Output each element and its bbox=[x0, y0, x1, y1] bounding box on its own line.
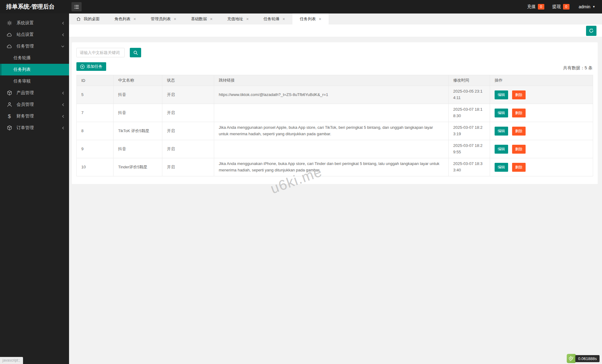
task-table: ID 中文名称 状态 跳转链接 修改时间 操作 5 抖音 开启 https://… bbox=[76, 75, 593, 176]
cell-link: Jika Anda menggunakan iPhone, buka App s… bbox=[214, 158, 449, 176]
cell-time: 2025-03-05 23:14:11 bbox=[449, 86, 490, 104]
search-row bbox=[76, 48, 593, 57]
hamburger-icon bbox=[74, 5, 79, 9]
cell-id: 7 bbox=[77, 104, 114, 122]
edit-button[interactable]: 编辑 bbox=[495, 127, 508, 136]
sidebar-item-member-management[interactable]: 会员管理 bbox=[0, 99, 69, 110]
edit-button[interactable]: 编辑 bbox=[495, 145, 508, 154]
dollar-icon: $ bbox=[6, 113, 12, 119]
cell-time: 2025-03-07 18:23:19 bbox=[449, 122, 490, 140]
delete-button[interactable]: 删除 bbox=[512, 163, 526, 172]
person-icon bbox=[6, 102, 12, 108]
sidebar-item-order-management[interactable]: 订单管理 bbox=[0, 122, 69, 134]
delete-button[interactable]: 删除 bbox=[512, 109, 526, 117]
cell-link: Jika Anda menggunakan ponsel Apple, buka… bbox=[214, 122, 449, 140]
tab-my-desktop[interactable]: 我的桌面 bbox=[69, 13, 107, 25]
chevron-left-icon bbox=[62, 103, 64, 106]
sidebar-item-label: 系统设置 bbox=[17, 20, 34, 26]
tab-basic-data[interactable]: 基础数据 × bbox=[183, 13, 220, 25]
chevron-left-icon bbox=[62, 126, 64, 130]
column-header-link: 跳转链接 bbox=[214, 75, 449, 86]
tab-task-carousel[interactable]: 任务轮播 × bbox=[256, 13, 292, 25]
search-button[interactable] bbox=[130, 48, 141, 57]
tab-label: 我的桌面 bbox=[84, 16, 100, 22]
cell-id: 5 bbox=[77, 86, 114, 104]
cell-actions: 编辑 删除 bbox=[490, 122, 593, 140]
column-header-status: 状态 bbox=[162, 75, 214, 86]
sidebar-item-label: 产品管理 bbox=[17, 90, 34, 96]
plus-circle-icon bbox=[80, 64, 85, 69]
link-preview-tooltip: javascript:; bbox=[0, 357, 23, 364]
main-area: 我的桌面 角色列表 × 管理员列表 × 基础数据 × 充值地址 × 任务轮播 ×… bbox=[69, 13, 602, 364]
page-load-time[interactable]: 0.061888s bbox=[575, 355, 600, 362]
withdraw-count-badge[interactable]: 0 bbox=[563, 4, 569, 10]
gear-icon bbox=[6, 20, 12, 26]
delete-button[interactable]: 删除 bbox=[512, 145, 526, 154]
cloud-icon bbox=[6, 44, 12, 49]
sidebar-item-label: 财务管理 bbox=[17, 113, 34, 119]
home-icon bbox=[76, 17, 81, 21]
close-icon[interactable]: × bbox=[283, 17, 285, 21]
cell-status: 开启 bbox=[162, 104, 214, 122]
tab-label: 任务列表 bbox=[300, 16, 316, 22]
sidebar-subitem-label: 任务列表 bbox=[14, 67, 31, 72]
table-row: 10 Tinder评价5颗星 开启 Jika Anda menggunakan … bbox=[77, 158, 593, 176]
header-right: 充值 0 提现 0 admin ▼ bbox=[527, 4, 602, 10]
user-menu[interactable]: admin ▼ bbox=[579, 4, 595, 9]
column-header-time: 修改时间 bbox=[449, 75, 490, 86]
sidebar-item-finance-management[interactable]: $ 财务管理 bbox=[0, 110, 69, 122]
recharge-link[interactable]: 充值 bbox=[527, 4, 536, 10]
sidebar-item-label: 订单管理 bbox=[17, 125, 34, 131]
content-panel: 添加任务 共有数据：5 条 ID 中文名称 状态 跳转链接 修改时间 操作 5 … bbox=[72, 42, 598, 184]
table-row: 9 抖音 开启 2025-03-07 18:29:55 编辑 删除 bbox=[77, 140, 593, 158]
chevron-down-icon bbox=[61, 45, 64, 48]
cell-status: 开启 bbox=[162, 158, 214, 176]
cell-link: https://www.tiktok.com/@lazadath?_t=ZS-8… bbox=[214, 86, 449, 104]
cell-time: 2025-03-07 18:29:55 bbox=[449, 140, 490, 158]
chevron-left-icon bbox=[62, 33, 64, 36]
sidebar-item-site-settings[interactable]: 站点设置 bbox=[0, 29, 69, 40]
cell-id: 9 bbox=[77, 140, 114, 158]
cell-name: Tinder评价5颗星 bbox=[114, 158, 162, 176]
cell-actions: 编辑 删除 bbox=[490, 86, 593, 104]
sidebar-subitem-task-review[interactable]: 任务审核 bbox=[0, 75, 69, 87]
close-icon[interactable]: × bbox=[319, 17, 321, 21]
tab-bar: 我的桌面 角色列表 × 管理员列表 × 基础数据 × 充值地址 × 任务轮播 ×… bbox=[69, 13, 602, 25]
column-header-id: ID bbox=[77, 75, 114, 86]
refresh-button[interactable] bbox=[586, 26, 596, 36]
chevron-left-icon bbox=[62, 91, 64, 95]
tab-label: 任务轮播 bbox=[264, 16, 280, 22]
search-input[interactable] bbox=[76, 48, 125, 57]
sidebar-subitem-task-carousel[interactable]: 任务轮播 bbox=[0, 52, 69, 64]
tab-label: 角色列表 bbox=[114, 16, 130, 22]
sidebar-item-system-settings[interactable]: 系统设置 bbox=[0, 17, 69, 29]
tab-admin-list[interactable]: 管理员列表 × bbox=[143, 13, 183, 25]
actions-row: 添加任务 共有数据：5 条 bbox=[76, 62, 593, 71]
tab-role-list[interactable]: 角色列表 × bbox=[107, 13, 143, 25]
add-task-button[interactable]: 添加任务 bbox=[76, 62, 106, 71]
close-icon[interactable]: × bbox=[210, 17, 212, 21]
edit-button[interactable]: 编辑 bbox=[495, 109, 508, 117]
recharge-count-badge[interactable]: 0 bbox=[538, 4, 544, 10]
delete-button[interactable]: 删除 bbox=[512, 90, 526, 99]
sidebar-toggle-button[interactable] bbox=[71, 2, 82, 11]
sidebar-item-product-management[interactable]: 产品管理 bbox=[0, 87, 69, 99]
edit-button[interactable]: 编辑 bbox=[495, 90, 508, 99]
close-icon[interactable]: × bbox=[133, 17, 136, 21]
table-header-row: ID 中文名称 状态 跳转链接 修改时间 操作 bbox=[77, 75, 593, 86]
table-row: 5 抖音 开启 https://www.tiktok.com/@lazadath… bbox=[77, 86, 593, 104]
cell-actions: 编辑 删除 bbox=[490, 140, 593, 158]
sidebar-item-task-management[interactable]: 任务管理 bbox=[0, 40, 69, 52]
cell-id: 8 bbox=[77, 122, 114, 140]
sidebar-item-label: 会员管理 bbox=[17, 102, 34, 107]
withdraw-link[interactable]: 提现 bbox=[552, 4, 561, 10]
sidebar-subitem-label: 任务审核 bbox=[14, 79, 31, 84]
sidebar-subitem-task-list[interactable]: 任务列表 bbox=[0, 64, 69, 75]
close-icon[interactable]: × bbox=[246, 17, 249, 21]
close-icon[interactable]: × bbox=[174, 17, 176, 21]
edit-button[interactable]: 编辑 bbox=[495, 163, 508, 172]
tab-task-list[interactable]: 任务列表 × bbox=[292, 13, 329, 25]
tab-recharge-address[interactable]: 充值地址 × bbox=[220, 13, 256, 25]
delete-button[interactable]: 删除 bbox=[512, 127, 526, 136]
cell-name: 抖音 bbox=[114, 86, 162, 104]
